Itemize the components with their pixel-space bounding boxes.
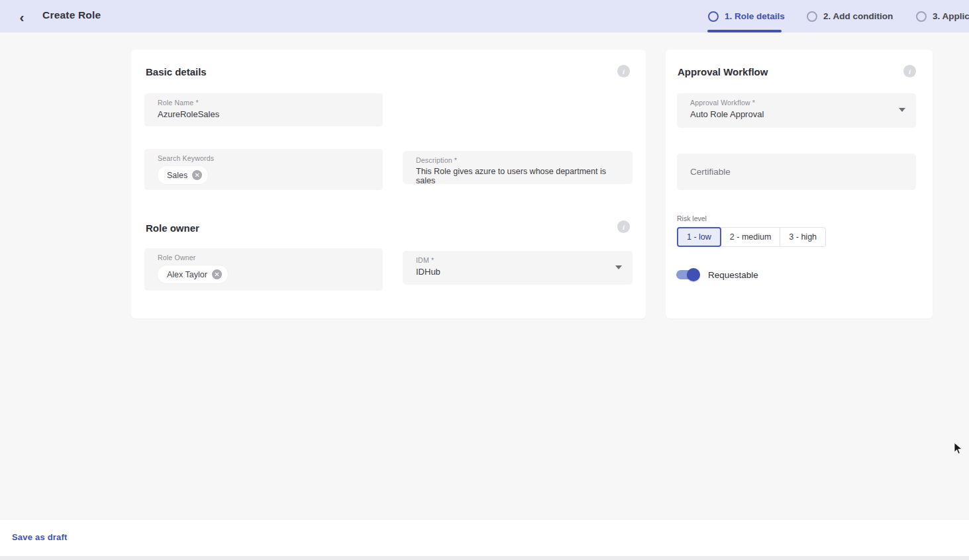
description-value: This Role gives azure to users whose dep… xyxy=(416,167,623,185)
role-owner-heading: Role owner xyxy=(146,222,199,234)
search-keywords-field[interactable]: Search Keywords Sales ✕ xyxy=(144,149,383,190)
certifiable-placeholder: Certifiable xyxy=(690,167,731,177)
idm-value: IDHub xyxy=(416,267,623,277)
idm-label: IDM * xyxy=(416,256,623,264)
requestable-row: Requestable xyxy=(675,267,758,282)
active-step-underline xyxy=(707,30,782,32)
role-owner-field[interactable]: Role Owner Alex Taylor ✕ xyxy=(144,248,383,291)
step-label: 1. Role details xyxy=(725,11,785,21)
step-circle-icon xyxy=(916,11,927,22)
requestable-label: Requestable xyxy=(708,270,758,280)
caret-down-icon[interactable] xyxy=(899,108,905,112)
step-application[interactable]: 3. Applica xyxy=(916,0,969,32)
risk-low-button[interactable]: 1 - low xyxy=(677,227,721,247)
keyword-chip[interactable]: Sales ✕ xyxy=(158,166,208,184)
role-name-label: Role Name * xyxy=(158,99,374,107)
risk-high-button[interactable]: 3 - high xyxy=(780,227,826,247)
step-circle-icon xyxy=(708,11,719,22)
approval-workflow-label: Approval Workflow * xyxy=(690,99,907,107)
caret-down-icon[interactable] xyxy=(615,265,622,269)
search-keywords-label: Search Keywords xyxy=(158,154,374,162)
bottom-strip xyxy=(0,556,969,560)
top-app-bar: ‹ Create Role 1. Role details 2. Add con… xyxy=(0,0,969,32)
basic-details-card: Basic details i Role Name * AzureRoleSal… xyxy=(131,50,646,318)
approval-workflow-value: Auto Role Approval xyxy=(690,109,907,119)
idm-select[interactable]: IDM * IDHub xyxy=(403,251,633,285)
requestable-toggle[interactable] xyxy=(675,267,700,282)
role-owner-label: Role Owner xyxy=(158,254,374,261)
owner-chip[interactable]: Alex Taylor ✕ xyxy=(158,265,228,283)
risk-level-label: Risk level xyxy=(677,214,707,222)
step-label: 2. Add condition xyxy=(823,11,893,21)
keyword-chip-label: Sales xyxy=(167,171,187,180)
certifiable-field[interactable]: Certifiable xyxy=(677,154,916,190)
risk-medium-button[interactable]: 2 - medium xyxy=(721,227,781,247)
chip-remove-icon[interactable]: ✕ xyxy=(192,170,202,180)
approval-workflow-select[interactable]: Approval Workflow * Auto Role Approval xyxy=(677,93,916,128)
page-title: Create Role xyxy=(42,9,101,21)
back-icon[interactable]: ‹ xyxy=(13,8,30,25)
role-name-value: AzureRoleSales xyxy=(158,109,374,119)
step-circle-icon xyxy=(807,11,817,22)
toggle-thumb xyxy=(687,268,700,281)
basic-details-heading: Basic details xyxy=(146,66,207,77)
owner-chip-label: Alex Taylor xyxy=(167,270,207,279)
footer-bar: Save as draft xyxy=(0,519,969,556)
description-field[interactable]: Description * This Role gives azure to u… xyxy=(403,151,633,184)
step-add-condition[interactable]: 2. Add condition xyxy=(807,0,893,32)
step-label: 3. Applica xyxy=(933,11,969,21)
risk-level-group: 1 - low 2 - medium 3 - high xyxy=(677,227,826,247)
info-icon[interactable]: i xyxy=(903,65,916,77)
chip-remove-icon[interactable]: ✕ xyxy=(212,269,222,279)
mouse-cursor xyxy=(954,442,962,457)
role-name-field[interactable]: Role Name * AzureRoleSales xyxy=(144,93,383,126)
step-role-details[interactable]: 1. Role details xyxy=(708,0,785,32)
save-as-draft-button[interactable]: Save as draft xyxy=(12,532,68,542)
approval-workflow-heading: Approval Workflow xyxy=(678,66,768,77)
info-icon[interactable]: i xyxy=(617,65,630,77)
description-label: Description * xyxy=(416,156,623,164)
info-icon[interactable]: i xyxy=(617,220,630,233)
